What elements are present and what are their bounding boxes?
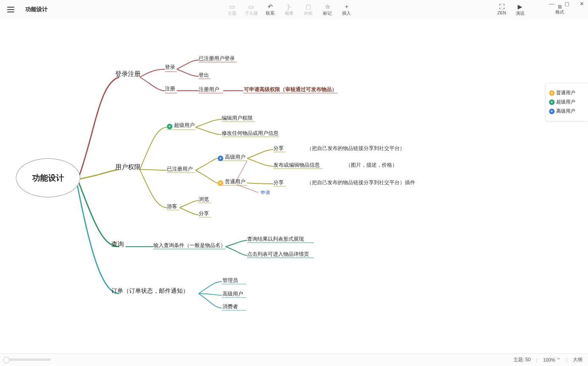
node-guest[interactable]: 游客 — [167, 203, 177, 210]
node-login[interactable]: 登录 — [165, 64, 175, 71]
tool-boundary[interactable]: ▢外框 — [299, 3, 318, 16]
summary-icon: ]▫ — [287, 3, 291, 10]
user-badge-icon: ✦ — [549, 90, 555, 96]
node-guest-browse[interactable]: 浏览 — [199, 196, 209, 203]
user-badge-icon: ✦ — [167, 124, 172, 129]
connectors — [0, 19, 588, 353]
zoom-level[interactable]: 100% ⌃ — [543, 357, 561, 363]
node-adv-publish[interactable]: 发布或编辑物品信息 — [273, 162, 320, 169]
node-advanced-user[interactable]: ✦高级用户 — [218, 154, 246, 161]
node-guest-share[interactable]: 分享 — [199, 210, 209, 217]
user-badge-icon: ✦ — [218, 156, 223, 161]
tool-relation[interactable]: ↶联系 — [261, 3, 280, 16]
insert-icon: ＋ — [344, 3, 350, 10]
node-register-user[interactable]: 注册用户 — [199, 86, 219, 93]
tool-insert[interactable]: ＋插入 — [337, 3, 356, 16]
zen-icon: ⛶ — [499, 3, 505, 10]
statusbar: 主题: 50 | 100% ⌃ | 大纲 — [0, 353, 588, 366]
opacity-slider[interactable] — [3, 358, 51, 361]
legend-normal-user[interactable]: ✦普通用户 — [549, 90, 585, 96]
tool-subtopic[interactable]: ▭子主题 — [242, 3, 261, 16]
document-title: 功能设计 — [25, 6, 48, 13]
node-adv-publish-note[interactable]: （图片，描述，价格） — [346, 162, 397, 169]
node-order-consumer[interactable]: 消费者 — [222, 303, 238, 310]
node-edit-any-item[interactable]: 修改任何物品或用户信息 — [222, 130, 279, 137]
slider-thumb[interactable] — [3, 357, 10, 363]
menu-icon[interactable] — [7, 7, 14, 12]
node-order-advanced[interactable]: 高级用户 — [222, 290, 243, 298]
tool-zen[interactable]: ⛶ZEN — [497, 3, 506, 16]
node-root[interactable]: 功能设计 — [16, 158, 80, 197]
node-registered-user[interactable]: 已注册用户 — [167, 165, 193, 173]
subtopic-icon: ▭ — [248, 3, 254, 10]
marker-icon: ☆ — [325, 3, 330, 10]
legend-panel[interactable]: ✦普通用户 ✦超级用户 ✦高级用户 — [545, 83, 588, 121]
toolbar-main: ▭主题 ▭子主题 ↶联系 ]▫概要 ▢外框 ☆标记 ＋插入 — [222, 3, 356, 16]
topic-count: 主题: 50 — [513, 356, 531, 363]
user-badge-icon: ✦ — [218, 180, 223, 186]
node-query-input[interactable]: 输入查询条件（一般是物品名） — [153, 242, 226, 249]
tool-marker[interactable]: ☆标记 — [318, 3, 337, 16]
close-button[interactable]: ✕ — [578, 0, 586, 8]
node-order-admin[interactable]: 管理员 — [222, 277, 238, 284]
node-normal-user[interactable]: ✦普通用户 — [218, 178, 246, 186]
toolbar-right: ⛶ZEN ▶演说 — [497, 3, 524, 16]
titlebar: 功能设计 ▭主题 ▭子主题 ↶联系 ]▫概要 ▢外框 ☆标记 ＋插入 ⛶ZEN … — [0, 0, 588, 19]
node-normal-share[interactable]: 分享 — [273, 179, 284, 186]
relationship-label[interactable]: 申请 — [261, 189, 270, 196]
boundary-icon: ▢ — [306, 3, 311, 10]
user-badge-icon: ✦ — [549, 99, 555, 105]
node-query-click-detail[interactable]: 点击列表可进入物品详情页 — [247, 251, 309, 258]
node-edit-user-perm[interactable]: 编辑用户权限 — [222, 115, 253, 122]
outline-toggle[interactable]: 大纲 — [573, 356, 582, 363]
node-register-note[interactable]: 可申请高级权限（审核通过可发布物品） — [244, 86, 337, 93]
node-super-user[interactable]: ✦超级用户 — [167, 122, 195, 129]
tool-topic[interactable]: ▭主题 — [222, 3, 242, 16]
relation-icon: ↶ — [268, 3, 273, 10]
topic-icon: ▭ — [229, 3, 235, 10]
node-registered-login[interactable]: 已注册用户登录 — [199, 55, 235, 62]
legend-super-user[interactable]: ✦超级用户 — [549, 99, 585, 105]
user-badge-icon: ✦ — [549, 109, 555, 114]
tool-summary[interactable]: ]▫概要 — [280, 3, 299, 16]
tool-present[interactable]: ▶演说 — [516, 3, 524, 16]
legend-advanced-user[interactable]: ✦高级用户 — [549, 108, 585, 115]
node-user-permission[interactable]: 用户权限 — [115, 163, 141, 171]
node-logout[interactable]: 登出 — [199, 72, 209, 79]
maximize-button[interactable]: ▢ — [563, 0, 571, 8]
minimize-button[interactable]: ― — [547, 0, 556, 8]
node-normal-share-note[interactable]: （把自己发布的物品链接分享到社交平台）插件 — [307, 179, 415, 186]
node-query-result-list[interactable]: 查询结果以列表形式展现 — [247, 236, 304, 243]
node-query[interactable]: 查询 — [111, 240, 124, 249]
present-icon: ▶ — [518, 3, 522, 10]
node-order[interactable]: 订单（订单状态，邮件通知） — [111, 287, 189, 295]
node-register[interactable]: 注册 — [165, 85, 175, 92]
node-adv-share[interactable]: 分享 — [273, 145, 284, 152]
node-adv-share-note[interactable]: （把自己发布的物品链接分享到社交平台） — [307, 145, 405, 152]
node-login-register[interactable]: 登录注册 — [115, 70, 141, 78]
mindmap-canvas[interactable]: 功能设计 登录注册 登录 注册 已注册用户登录 登出 注册用户 可申请高级权限（… — [0, 19, 588, 353]
window-controls: ― ▢ ✕ — [547, 0, 586, 8]
